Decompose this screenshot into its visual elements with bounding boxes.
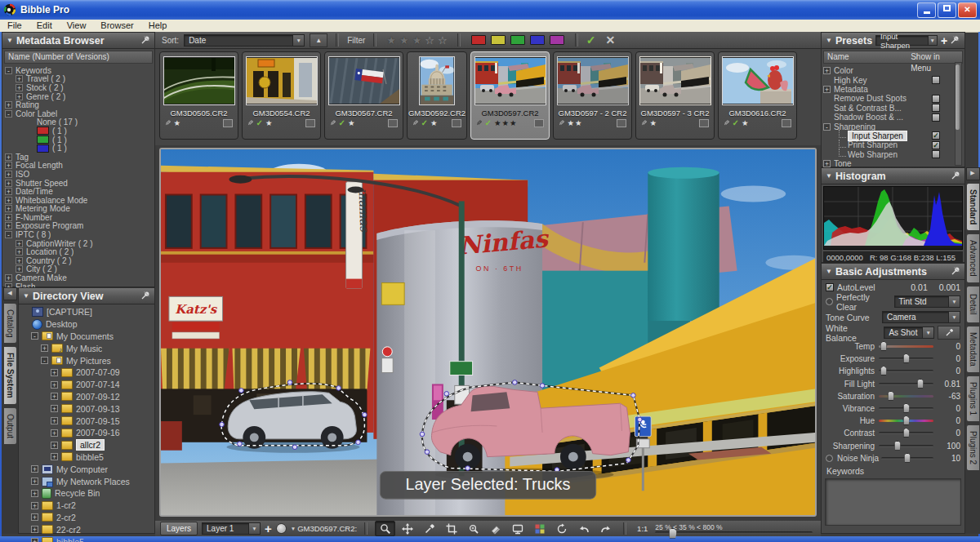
- preset-item[interactable]: +Remove Dust Spots: [823, 94, 963, 103]
- tab-catalog[interactable]: Catalog: [3, 303, 17, 344]
- expand-toggle-icon[interactable]: +: [5, 274, 12, 282]
- star-filter-icon[interactable]: ☆: [423, 35, 436, 46]
- star-filter-icon[interactable]: ★: [385, 35, 398, 46]
- slider-value[interactable]: 0: [938, 429, 960, 438]
- collapse-toggle-icon[interactable]: -: [5, 67, 12, 74]
- preset-item[interactable]: +Shadow Boost & ...: [823, 113, 963, 122]
- thumbnail-GM3D0592.CR2[interactable]: GM3D0592.CR2✎✓★: [407, 51, 467, 140]
- tree-item[interactable]: +Genre ( 2 ): [5, 92, 152, 101]
- slider-track[interactable]: [879, 420, 933, 422]
- star-filter-icon[interactable]: ★: [398, 35, 411, 46]
- tree-item[interactable]: +Recycle Bin: [21, 487, 152, 500]
- expand-toggle-icon[interactable]: +: [823, 160, 831, 167]
- tree-item[interactable]: +2007-09-15: [21, 415, 152, 427]
- expand-toggle-icon[interactable]: +: [5, 153, 12, 161]
- dropdown-arrow-icon[interactable]: ▼: [948, 312, 960, 322]
- layer-select-dropdown[interactable]: Layer 1 ▼: [202, 522, 261, 535]
- tree-item[interactable]: +Focal Length: [5, 162, 152, 171]
- tab-file-system[interactable]: File System: [3, 346, 17, 405]
- slider-thumb[interactable]: [880, 366, 888, 375]
- thumbnail-stars[interactable]: ★★★: [494, 118, 518, 127]
- thumbnail-stars[interactable]: ★: [650, 118, 658, 127]
- show-in-menu-checkbox[interactable]: ✓: [932, 131, 940, 140]
- slider-value[interactable]: 0: [938, 367, 960, 375]
- tone-curve-dropdown[interactable]: Camera ▼: [882, 311, 960, 323]
- expand-toggle-icon[interactable]: +: [5, 214, 12, 221]
- slider-value[interactable]: 100: [938, 442, 960, 451]
- tab-plugins-1[interactable]: Plugins 1: [966, 375, 980, 422]
- tree-item[interactable]: +Country ( 2 ): [5, 256, 152, 265]
- thumbnail-GM3D0616.CR2[interactable]: GM3D0616.CR2✎✓★: [718, 51, 797, 140]
- color-filter-chip[interactable]: [510, 35, 525, 45]
- thumbnail-GM3D0505.CR2[interactable]: GM3D0505.CR2✎★: [159, 51, 238, 140]
- slider-track[interactable]: [879, 432, 933, 434]
- expand-toggle-icon[interactable]: +: [51, 429, 58, 437]
- tree-item[interactable]: +Stock ( 2 ): [5, 83, 152, 92]
- autolevel-value-1[interactable]: 0.01: [911, 282, 927, 292]
- brush-indicator-icon[interactable]: [276, 523, 287, 534]
- tree-item[interactable]: +Rating: [5, 100, 152, 109]
- tree-item[interactable]: -IPTC ( 8 ): [5, 230, 152, 239]
- slider-thumb[interactable]: [916, 379, 924, 389]
- one-to-one-zoom-button[interactable]: 1:1: [634, 524, 651, 533]
- loupe-tool-button[interactable]: [463, 521, 483, 536]
- expand-toggle-icon[interactable]: +: [51, 405, 58, 412]
- tree-item[interactable]: +2007-09-13: [21, 402, 152, 415]
- expand-toggle-icon[interactable]: +: [31, 478, 38, 485]
- tree-item[interactable]: +Travel ( 2 ): [5, 75, 152, 84]
- title-bar[interactable]: Bibble Pro ✕: [0, 0, 980, 20]
- perfectly-clear-dropdown[interactable]: Tint Std ▼: [894, 295, 960, 308]
- slider-track[interactable]: [879, 370, 933, 372]
- expand-toggle-icon[interactable]: +: [41, 344, 48, 352]
- expand-toggle-icon[interactable]: +: [16, 265, 23, 273]
- slider-track[interactable]: [879, 445, 933, 447]
- histogram-header[interactable]: ▼ Histogram: [822, 168, 964, 184]
- star-filter-icon[interactable]: ★: [411, 35, 424, 46]
- expand-toggle-icon[interactable]: +: [51, 393, 58, 400]
- expand-panel-arrow-icon[interactable]: ▶: [966, 167, 980, 180]
- slider-thumb[interactable]: [880, 341, 888, 351]
- tree-item[interactable]: +My Music: [21, 342, 152, 354]
- expand-toggle-icon[interactable]: +: [823, 67, 831, 74]
- metadata-browser-header[interactable]: ▼ Metadata Browser: [2, 33, 154, 49]
- collapse-toggle-icon[interactable]: -: [5, 231, 12, 238]
- expand-toggle-icon[interactable]: +: [16, 240, 23, 247]
- expand-toggle-icon[interactable]: +: [5, 180, 12, 187]
- slider-value[interactable]: 0: [938, 354, 960, 363]
- expand-toggle-icon[interactable]: +: [31, 526, 38, 533]
- pin-icon[interactable]: [951, 266, 960, 278]
- filter-clear-icon[interactable]: ✕: [605, 33, 615, 47]
- autolevel-checkbox[interactable]: ✓: [826, 283, 834, 291]
- expand-toggle-icon[interactable]: +: [5, 171, 12, 178]
- expand-toggle-icon[interactable]: +: [16, 75, 23, 82]
- slider-value[interactable]: -63: [938, 392, 960, 401]
- tree-item[interactable]: -Color Label: [5, 109, 152, 118]
- slider-value[interactable]: 0.81: [938, 380, 960, 389]
- dropdown-arrow-icon[interactable]: ▼: [292, 35, 304, 46]
- tree-item[interactable]: +Date/Time: [5, 187, 152, 196]
- thumbnail-GM3D0597-3CR2[interactable]: GM3D0597 - 3 CR2✎★: [635, 51, 715, 140]
- tab-output[interactable]: Output: [3, 407, 17, 445]
- show-in-menu-checkbox[interactable]: [932, 76, 940, 84]
- collapse-panel-arrow-icon[interactable]: ◀: [3, 287, 17, 300]
- tab-standard[interactable]: Standard: [966, 183, 980, 231]
- tree-item[interactable]: +Metering Mode: [5, 205, 152, 214]
- tree-item[interactable]: +( 1 ): [5, 136, 152, 144]
- slider-value[interactable]: 0: [938, 342, 960, 351]
- tree-item[interactable]: +Exposure Program: [5, 222, 152, 231]
- autolevel-value-2[interactable]: 0.001: [939, 282, 960, 292]
- eraser-tool-button[interactable]: [485, 521, 506, 536]
- tab-plugins-2[interactable]: Plugins 2: [966, 424, 980, 471]
- preset-item[interactable]: +Color: [823, 66, 963, 75]
- preset-item[interactable]: +High Key: [823, 75, 963, 84]
- thumbnail-stars[interactable]: ★★: [568, 118, 583, 127]
- sort-dropdown[interactable]: Date ▼: [184, 34, 305, 47]
- slider-thumb[interactable]: [902, 353, 910, 363]
- tree-item[interactable]: +[CAPTURE]: [21, 306, 152, 318]
- slider-value[interactable]: 0: [938, 416, 960, 425]
- tree-item[interactable]: +allcr2: [21, 439, 152, 451]
- tree-item[interactable]: +CaptionWriter ( 2 ): [5, 239, 152, 248]
- sort-direction-button[interactable]: ▲: [310, 33, 327, 47]
- slider-thumb[interactable]: [893, 441, 901, 451]
- tree-item[interactable]: +Tag: [5, 153, 152, 162]
